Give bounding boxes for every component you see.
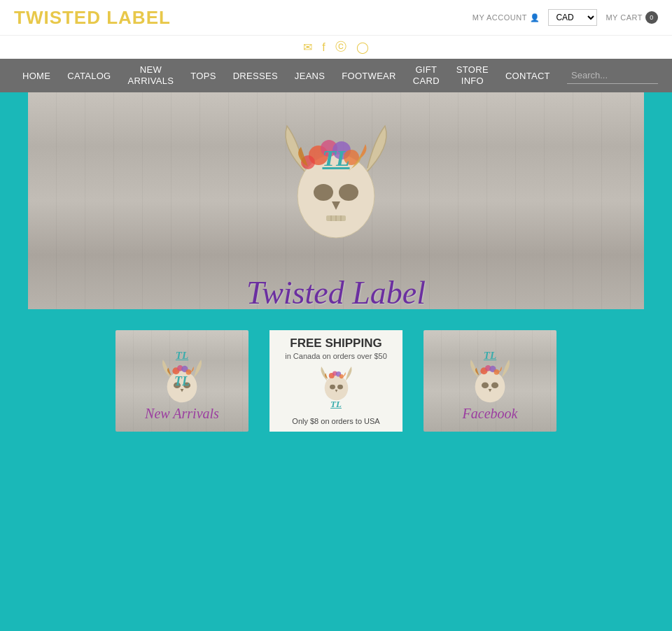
svg-point-27 [482, 382, 489, 388]
facebook-card-monogram: TL [484, 350, 496, 362]
facebook-skull-svg [462, 357, 518, 406]
card-tl-monogram: TL [176, 350, 188, 362]
promo-cards: TL TL New Arrivals FREE SHIPPING in Cana… [14, 330, 658, 432]
facebook-label: Facebook [424, 406, 556, 422]
free-shipping-skull-svg [314, 364, 359, 403]
nav-item-dresses[interactable]: DRESSES [225, 61, 286, 91]
pinterest-icon[interactable]: ⓒ [335, 40, 346, 55]
hero-content: TL Twisted Label [238, 92, 434, 309]
currency-selector[interactable]: CAD USD [548, 9, 597, 26]
hero-brand-name: Twisted Label [246, 274, 426, 310]
free-shipping-title: FREE SHIPPING [290, 336, 382, 350]
hero-skull-svg [266, 119, 406, 245]
search-form [567, 67, 658, 84]
content-section: TL TL New Arrivals FREE SHIPPING in Cana… [0, 309, 672, 460]
user-icon: 👤 [530, 13, 540, 22]
svg-point-32 [493, 369, 499, 374]
instagram-icon[interactable]: ◯ [356, 41, 369, 54]
nav-item-gift-card[interactable]: GIFTCARD [405, 64, 448, 86]
top-right-controls: MY ACCOUNT 👤 CAD USD MY CART 0 [472, 9, 658, 26]
nav-bar: HOME CATALOG NEWARRIVALS TOPS DRESSES JE… [0, 59, 672, 92]
svg-point-2 [339, 184, 358, 201]
nav-item-contact[interactable]: CONTACT [497, 61, 559, 91]
hero-banner: TL Twisted Label [28, 92, 644, 309]
svg-point-26 [475, 371, 505, 402]
svg-point-21 [337, 385, 343, 390]
email-icon[interactable]: ✉ [303, 41, 312, 54]
facebook-promo-card[interactable]: TL Facebook [424, 330, 556, 432]
nav-item-catalog[interactable]: CATALOG [59, 61, 119, 91]
new-arrivals-promo-card[interactable]: TL TL New Arrivals [115, 330, 248, 432]
hero-monogram: TL [322, 146, 349, 171]
svg-point-20 [330, 385, 335, 390]
nav-item-home[interactable]: HOME [14, 61, 59, 91]
cart-icon: 0 [645, 11, 658, 24]
svg-point-25 [339, 374, 343, 378]
search-input[interactable] [567, 67, 658, 84]
nav-item-footwear[interactable]: FOOTWEAR [333, 61, 405, 91]
cart-button[interactable]: MY CART 0 [606, 11, 658, 24]
nav-item-jeans[interactable]: JEANS [286, 61, 333, 91]
top-bar: TWISTED LABEL MY ACCOUNT 👤 CAD USD MY CA… [0, 0, 672, 35]
facebook-icon[interactable]: f [322, 41, 325, 54]
free-shipping-promo-card[interactable]: FREE SHIPPING in Canada on orders over $… [270, 330, 402, 432]
nav-item-new-arrivals[interactable]: NEWARRIVALS [120, 64, 183, 86]
free-shipping-bottom: Only $8 on orders to USA [292, 417, 379, 425]
nav-item-store-info[interactable]: STOREINFO [448, 64, 497, 86]
site-title: TWISTED LABEL [14, 7, 171, 29]
social-bar: ✉ f ⓒ ◯ [0, 35, 672, 59]
svg-point-1 [314, 184, 333, 201]
nav-item-tops[interactable]: TOPS [182, 61, 224, 91]
my-account-link[interactable]: MY ACCOUNT 👤 [472, 13, 540, 22]
svg-point-28 [491, 382, 498, 388]
svg-point-19 [324, 376, 348, 400]
new-arrivals-label: New Arrivals [115, 406, 248, 422]
free-shipping-subtitle: in Canada on orders over $50 [285, 352, 387, 360]
